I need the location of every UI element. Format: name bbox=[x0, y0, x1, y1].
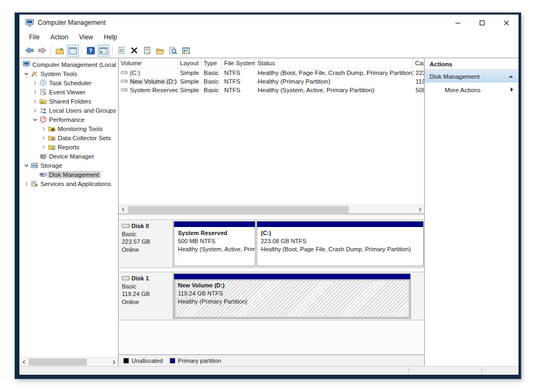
volume-status: Healthy (Boot, Page File, Crash Dump, Pr… bbox=[255, 70, 413, 76]
tree-item-disk-management[interactable]: Disk Management bbox=[19, 170, 118, 179]
chevron-right-icon[interactable] bbox=[31, 90, 38, 95]
chevron-right-icon[interactable] bbox=[31, 80, 38, 86]
toolbar-separator bbox=[112, 46, 113, 55]
tree-item-data-collector-sets[interactable]: Data Collector Sets bbox=[19, 133, 118, 142]
menu-view[interactable]: View bbox=[74, 32, 99, 42]
more-actions-item[interactable]: More Actions bbox=[425, 83, 519, 97]
actions-panel: Actions Disk Management More Actions bbox=[425, 58, 519, 366]
forward-button[interactable] bbox=[36, 45, 48, 57]
scroll-left-arrow-icon[interactable] bbox=[119, 207, 127, 212]
console-tree-panel: Computer Management (Local System Tools … bbox=[19, 58, 119, 366]
minimize-button[interactable] bbox=[446, 15, 470, 31]
scrollbar-thumb[interactable] bbox=[128, 206, 349, 213]
reports-folder-icon bbox=[47, 143, 56, 150]
help-button[interactable]: ? bbox=[85, 45, 96, 57]
partition-system-reserved[interactable]: System Reserved 500 MB NTFS Healthy (Sys… bbox=[174, 221, 255, 266]
column-header-layout[interactable]: Layout bbox=[178, 58, 202, 68]
open-folder-button[interactable] bbox=[154, 45, 166, 57]
tree-item-task-scheduler[interactable]: Task Scheduler bbox=[19, 78, 118, 87]
tree-item-monitoring-tools[interactable]: Monitoring Tools bbox=[19, 124, 118, 133]
menu-help[interactable]: Help bbox=[99, 32, 123, 42]
menu-action[interactable]: Action bbox=[45, 32, 73, 42]
menu-file[interactable]: File bbox=[24, 32, 45, 42]
view-button[interactable] bbox=[167, 45, 179, 57]
tree-item-label: Device Manager bbox=[47, 153, 96, 160]
volume-layout: Simple bbox=[178, 78, 202, 85]
tree-item-shared-folders[interactable]: Shared Folders bbox=[19, 97, 118, 106]
toolbar-separator bbox=[81, 46, 82, 55]
tree-horizontal-scrollbar[interactable] bbox=[19, 357, 118, 366]
chevron-right-icon[interactable] bbox=[31, 99, 38, 104]
tree-item-label: System Tools bbox=[39, 70, 79, 78]
disk-kind: Basic bbox=[122, 283, 169, 291]
volume-row-d[interactable]: New Volume (D:) Simple Basic NTFS Health… bbox=[119, 77, 424, 86]
menu-bar: File Action View Help bbox=[19, 31, 519, 43]
tree-item-label: Reports bbox=[56, 143, 81, 151]
tree-item-performance[interactable]: Performance bbox=[19, 115, 118, 124]
partition-size: 119.24 GB NTFS bbox=[178, 290, 406, 298]
partition-status: Healthy (Boot, Page File, Crash Dump, Pr… bbox=[261, 245, 419, 253]
tree-item-system-tools[interactable]: System Tools bbox=[19, 69, 118, 78]
chevron-right-icon[interactable] bbox=[31, 108, 38, 113]
chevron-right-icon[interactable] bbox=[40, 135, 47, 141]
partition-c[interactable]: (C:) 223.08 GB NTFS Healthy (Boot, Page … bbox=[257, 221, 424, 266]
show-console-tree-button[interactable] bbox=[67, 45, 79, 57]
tree-item-device-manager[interactable]: Device Manager bbox=[19, 152, 118, 161]
maximize-button[interactable] bbox=[470, 15, 494, 31]
disk-1-row: Disk 1 Basic 119.24 GB Online New Volume… bbox=[119, 272, 424, 320]
scroll-left-arrow-icon[interactable] bbox=[19, 360, 28, 365]
chevron-right-icon[interactable] bbox=[40, 145, 47, 150]
partition-new-volume-d[interactable]: New Volume (D:) 119.24 GB NTFS Healthy (… bbox=[174, 273, 411, 319]
window-controls bbox=[446, 15, 519, 31]
delete-button[interactable] bbox=[128, 45, 140, 57]
refresh-button[interactable] bbox=[115, 45, 127, 57]
shared-folders-icon bbox=[38, 98, 47, 105]
disk-management-icon bbox=[38, 171, 47, 178]
column-header-capacity[interactable]: Capacity bbox=[413, 58, 424, 68]
actions-group-disk-management[interactable]: Disk Management bbox=[425, 70, 519, 83]
primary-partition-swatch bbox=[170, 358, 175, 363]
close-button[interactable] bbox=[494, 15, 519, 31]
console-options-button[interactable] bbox=[180, 45, 192, 57]
tree-item-local-users-and-groups[interactable]: Local Users and Groups bbox=[19, 106, 118, 115]
tree-item-reports[interactable]: Reports bbox=[19, 142, 118, 152]
volume-list-horizontal-scrollbar[interactable] bbox=[119, 204, 424, 214]
column-header-volume[interactable]: Volume bbox=[119, 58, 178, 68]
tree-item-label: Data Collector Sets bbox=[56, 134, 113, 142]
tree-item-event-viewer[interactable]: Event Viewer bbox=[19, 87, 118, 97]
chevron-down-icon[interactable] bbox=[23, 163, 30, 168]
disk-size: 223.57 GB bbox=[122, 238, 169, 246]
column-header-status[interactable]: Status bbox=[255, 58, 413, 68]
computer-icon bbox=[22, 61, 31, 68]
disk-0-label[interactable]: Disk 0 Basic 223.57 GB Online bbox=[119, 220, 173, 267]
chevron-down-icon[interactable] bbox=[31, 117, 38, 122]
collapse-up-icon[interactable] bbox=[508, 73, 514, 80]
volume-type: Basic bbox=[202, 78, 222, 85]
volume-row-system-reserved[interactable]: System Reserved Simple Basic NTFS Health… bbox=[119, 86, 424, 94]
show-action-pane-button[interactable] bbox=[98, 45, 109, 57]
tree-item-storage[interactable]: Storage bbox=[19, 161, 118, 170]
scrollbar-thumb[interactable] bbox=[29, 359, 87, 366]
back-button[interactable] bbox=[23, 45, 35, 57]
drive-icon bbox=[121, 87, 128, 93]
chevron-down-icon[interactable] bbox=[23, 71, 30, 77]
toolbar-separator bbox=[51, 46, 51, 55]
device-manager-icon bbox=[38, 153, 47, 160]
disk-state: Online bbox=[122, 298, 169, 306]
scroll-right-arrow-icon[interactable] bbox=[416, 207, 424, 212]
properties-button[interactable] bbox=[141, 45, 153, 57]
column-header-file-system[interactable]: File System bbox=[222, 58, 255, 68]
tree-item-services-and-applications[interactable]: Services and Applications bbox=[19, 179, 118, 188]
volume-row-c[interactable]: (C:) Simple Basic NTFS Healthy (Boot, Pa… bbox=[119, 68, 424, 77]
properties-icon bbox=[143, 46, 151, 54]
tree-item-computer-management[interactable]: Computer Management (Local bbox=[19, 60, 118, 69]
chevron-right-icon[interactable] bbox=[23, 181, 30, 187]
chevron-right-icon[interactable] bbox=[40, 126, 47, 132]
scroll-right-arrow-icon[interactable] bbox=[109, 360, 118, 365]
column-header-type[interactable]: Type bbox=[202, 58, 222, 68]
toolbar: ? bbox=[19, 43, 519, 58]
up-one-level-button[interactable] bbox=[54, 45, 66, 57]
disk-1-label[interactable]: Disk 1 Basic 119.24 GB Online bbox=[119, 272, 173, 320]
disk-kind: Basic bbox=[122, 230, 169, 238]
task-scheduler-icon bbox=[38, 79, 47, 86]
